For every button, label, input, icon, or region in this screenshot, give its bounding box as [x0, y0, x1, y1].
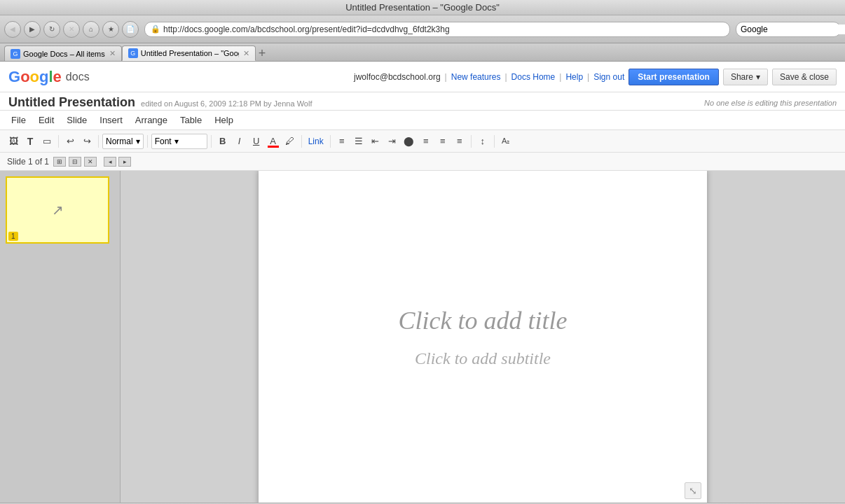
- toolbar-bullet-list[interactable]: ☰: [351, 134, 366, 149]
- toolbar-subscript[interactable]: A₂: [498, 134, 514, 149]
- toolbar-align-right[interactable]: ≡: [435, 134, 451, 149]
- slide-subtitle-placeholder[interactable]: Click to add subtitle: [415, 349, 551, 368]
- resize-icon[interactable]: ⤡: [685, 482, 701, 499]
- document-subtitle: edited on August 6, 2009 12:18 PM by Jen…: [141, 99, 312, 108]
- sep1: |: [445, 72, 447, 82]
- toolbar-undo[interactable]: ↩: [62, 134, 78, 149]
- font-dropdown-icon: ▾: [174, 136, 179, 146]
- menu-bar: File Edit Slide Insert Arrange Table Hel…: [0, 111, 845, 130]
- help-link[interactable]: Help: [565, 72, 583, 82]
- zoom-controls: ◂ ▸: [104, 157, 131, 167]
- toolbar-numbered-list[interactable]: ≡: [334, 134, 350, 149]
- menu-slide[interactable]: Slide: [61, 113, 92, 127]
- toolbar-shape[interactable]: ▭: [39, 134, 55, 149]
- new-tab-button[interactable]: +: [259, 46, 266, 61]
- reload-button[interactable]: ↻: [43, 21, 60, 38]
- editing-status: No one else is editing this presentation: [704, 99, 837, 107]
- browser-chrome: ◀ ▶ ↻ ✕ ⌂ ★ 📄 🔒 🔍: [0, 15, 845, 43]
- menu-edit[interactable]: Edit: [33, 113, 60, 127]
- docs-home-link[interactable]: Docs Home: [511, 72, 556, 82]
- share-label: Share: [731, 72, 753, 82]
- forward-button[interactable]: ▶: [24, 21, 41, 38]
- toolbar-bold[interactable]: B: [215, 134, 231, 149]
- sep-t4: [211, 135, 212, 148]
- tab-label-1: Google Docs – All items: [23, 50, 105, 58]
- slide-thumbnail-1[interactable]: ↗ 1: [6, 176, 109, 244]
- stop-button[interactable]: ✕: [63, 21, 80, 38]
- slide-counter-bar: Slide 1 of 1 ⊞ ⊟ ✕ ◂ ▸: [0, 153, 845, 171]
- new-features-link[interactable]: New features: [451, 72, 501, 82]
- sep-t8: [494, 135, 495, 148]
- toolbar-insert-image[interactable]: 🖼: [6, 134, 21, 149]
- toolbar-align-center[interactable]: ≡: [418, 134, 434, 149]
- titlebar-text: Untitled Presentation – "Google Docs": [345, 2, 500, 13]
- sep3: |: [559, 72, 561, 82]
- sep-t6: [330, 135, 331, 148]
- tab-close-2[interactable]: ✕: [243, 49, 249, 58]
- slide-canvas[interactable]: Click to add title Click to add subtitle…: [259, 171, 707, 503]
- address-bar-container: 🔒: [144, 22, 730, 37]
- toolbar-underline[interactable]: U: [249, 134, 264, 149]
- cursor-icon: ↗: [52, 202, 64, 218]
- toolbar-highlight[interactable]: 🖊: [282, 134, 298, 149]
- toolbar-align-left[interactable]: ⬤: [401, 134, 417, 149]
- bookmark-button[interactable]: ★: [102, 21, 119, 38]
- tab-label-2: Untitled Presentation – "Google...: [141, 49, 239, 57]
- toolbar-redo[interactable]: ↪: [79, 134, 95, 149]
- zoom-out[interactable]: ◂: [104, 157, 116, 167]
- style-dropdown[interactable]: Normal ▾: [102, 134, 144, 149]
- sep-t2: [98, 135, 99, 148]
- slide-view-icon-2[interactable]: ⊟: [69, 157, 81, 167]
- slide-view-icon-3[interactable]: ✕: [84, 157, 97, 167]
- font-dropdown[interactable]: Font ▾: [151, 134, 207, 149]
- sign-out-link[interactable]: Sign out: [593, 72, 624, 82]
- slide-editor: Click to add title Click to add subtitle…: [121, 171, 845, 503]
- sep-t3: [147, 135, 148, 148]
- toolbar-justify[interactable]: ≡: [452, 134, 467, 149]
- toolbar-increase-indent[interactable]: ⇥: [385, 134, 400, 149]
- back-button[interactable]: ◀: [4, 21, 21, 38]
- toolbar-line-spacing[interactable]: ↕: [475, 134, 490, 149]
- search-bar-container: 🔍: [736, 22, 841, 37]
- slide-panel: ↗ 1: [0, 171, 121, 503]
- tabs-bar: G Google Docs – All items ✕ G Untitled P…: [0, 43, 845, 62]
- slide-view-icon-1[interactable]: ⊞: [53, 157, 66, 167]
- slide-title-placeholder[interactable]: Click to add title: [399, 306, 568, 335]
- menu-insert[interactable]: Insert: [94, 113, 128, 127]
- address-bar[interactable]: [163, 24, 724, 34]
- save-close-button[interactable]: Save & close: [772, 69, 837, 85]
- toolbar-link[interactable]: Link: [305, 136, 327, 146]
- toolbar-text[interactable]: T: [22, 134, 38, 149]
- sep-t5: [301, 135, 302, 148]
- style-dropdown-label: Normal: [106, 136, 133, 146]
- start-presentation-button[interactable]: Start presentation: [628, 69, 719, 85]
- font-dropdown-label: Font: [155, 136, 172, 146]
- menu-file[interactable]: File: [6, 113, 32, 127]
- tab-google-docs-all[interactable]: G Google Docs – All items ✕: [4, 46, 122, 61]
- zoom-in[interactable]: ▸: [118, 157, 131, 167]
- doc-title-row: Untitled Presentation edited on August 6…: [0, 92, 845, 111]
- search-input[interactable]: [741, 24, 845, 34]
- titlebar: Untitled Presentation – "Google Docs": [0, 0, 845, 15]
- slide-number-badge: 1: [8, 232, 18, 241]
- menu-help[interactable]: Help: [209, 113, 239, 127]
- sep-t7: [471, 135, 472, 148]
- document-title[interactable]: Untitled Presentation: [8, 95, 135, 110]
- toolbar-italic[interactable]: I: [232, 134, 247, 149]
- main-area: ↗ 1 Click to add title Click to add subt…: [0, 171, 845, 503]
- toolbar-decrease-indent[interactable]: ⇤: [368, 134, 383, 149]
- slide-counter-text: Slide 1 of 1: [7, 157, 49, 167]
- page-button[interactable]: 📄: [122, 21, 139, 38]
- slide-view-icons: ⊞ ⊟ ✕: [53, 157, 97, 167]
- share-button[interactable]: Share ▾: [723, 69, 768, 85]
- share-chevron-icon: ▾: [756, 72, 760, 82]
- tab-close-1[interactable]: ✕: [109, 49, 116, 58]
- tab-untitled-presentation[interactable]: G Untitled Presentation – "Google... ✕: [122, 46, 256, 61]
- toolbar-text-color[interactable]: A: [266, 134, 281, 149]
- docs-wordmark: docs: [66, 71, 90, 83]
- tab-favicon-2: G: [128, 48, 138, 58]
- menu-arrange[interactable]: Arrange: [130, 113, 173, 127]
- home-button[interactable]: ⌂: [83, 21, 99, 38]
- toolbar: 🖼 T ▭ ↩ ↪ Normal ▾ Font ▾ B I U A 🖊 Link…: [0, 130, 845, 153]
- menu-table[interactable]: Table: [174, 113, 207, 127]
